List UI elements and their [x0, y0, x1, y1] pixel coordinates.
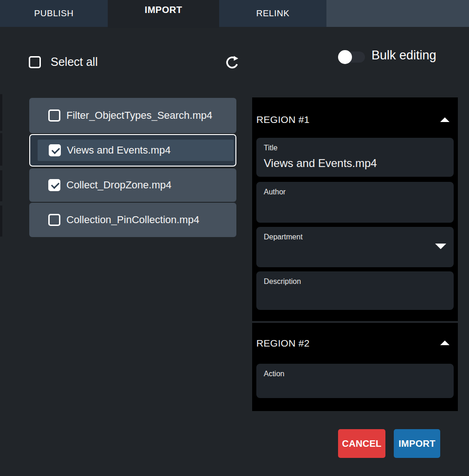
file-name: Collection_PinCollection.mp4 [66, 214, 199, 226]
region-2-panel: REGION #2 Action [252, 323, 458, 411]
refresh-icon[interactable] [224, 54, 240, 70]
bulk-editing-control: Bulk editing [338, 48, 436, 63]
action-field[interactable]: Action [256, 364, 454, 398]
chevron-down-icon[interactable] [435, 244, 446, 249]
author-field-label: Author [264, 188, 446, 196]
left-edge-shadow [0, 94, 2, 131]
region-1-title: REGION #1 [256, 114, 310, 125]
chevron-up-icon[interactable] [440, 341, 449, 345]
bulk-editing-label: Bulk editing [371, 48, 436, 63]
select-all-checkbox[interactable] [29, 56, 41, 68]
tab-publish[interactable]: PUBLISH [0, 0, 108, 27]
department-select-label: Department [264, 233, 446, 241]
department-select[interactable]: Department [256, 227, 454, 267]
file-checkbox[interactable] [48, 214, 60, 226]
tab-relink[interactable]: RELINK [219, 0, 326, 27]
file-row[interactable]: Filter_ObjectTypes_Search.mp4 [29, 98, 236, 133]
file-name: Filter_ObjectTypes_Search.mp4 [66, 109, 212, 122]
file-checkbox[interactable] [48, 109, 60, 122]
description-field[interactable]: Description [256, 271, 454, 310]
left-edge-shadow [0, 170, 2, 201]
select-all-control[interactable]: Select all [29, 55, 98, 69]
bulk-editing-toggle[interactable] [338, 51, 365, 63]
left-edge-shadow [0, 133, 2, 166]
file-row[interactable]: Collect_DropZone.mp4 [29, 168, 236, 202]
file-row[interactable]: Views and Events.mp4 [29, 134, 236, 167]
action-field-label: Action [264, 370, 446, 378]
description-field-label: Description [264, 277, 446, 286]
file-name: Views and Events.mp4 [67, 144, 170, 156]
region-1-panel: REGION #1 Title Views and Events.mp4 Aut… [252, 97, 458, 321]
cancel-button[interactable]: CANCEL [338, 429, 385, 458]
file-checkbox[interactable] [48, 179, 60, 191]
author-field[interactable]: Author [256, 182, 454, 223]
import-dialog: PUBLISH IMPORT RELINK Select all Bulk ed… [0, 0, 469, 476]
tab-import[interactable]: IMPORT [108, 0, 219, 28]
file-name: Collect_DropZone.mp4 [66, 179, 171, 191]
file-checkbox[interactable] [49, 144, 61, 156]
file-row[interactable]: Collection_PinCollection.mp4 [29, 203, 236, 237]
title-field-value: Views and Events.mp4 [264, 157, 446, 170]
import-button[interactable]: IMPORT [394, 429, 440, 458]
chevron-up-icon[interactable] [440, 117, 449, 122]
toggle-knob-icon [338, 50, 352, 64]
region-2-title: REGION #2 [256, 338, 310, 349]
title-field-label: Title [264, 144, 446, 152]
tab-bar: PUBLISH IMPORT RELINK [0, 0, 469, 27]
left-edge-shadow [0, 206, 2, 237]
title-field[interactable]: Title Views and Events.mp4 [256, 138, 454, 177]
tab-bar-filler [326, 0, 469, 27]
file-list: Filter_ObjectTypes_Search.mp4 Views and … [29, 98, 236, 237]
select-all-label: Select all [51, 55, 98, 69]
